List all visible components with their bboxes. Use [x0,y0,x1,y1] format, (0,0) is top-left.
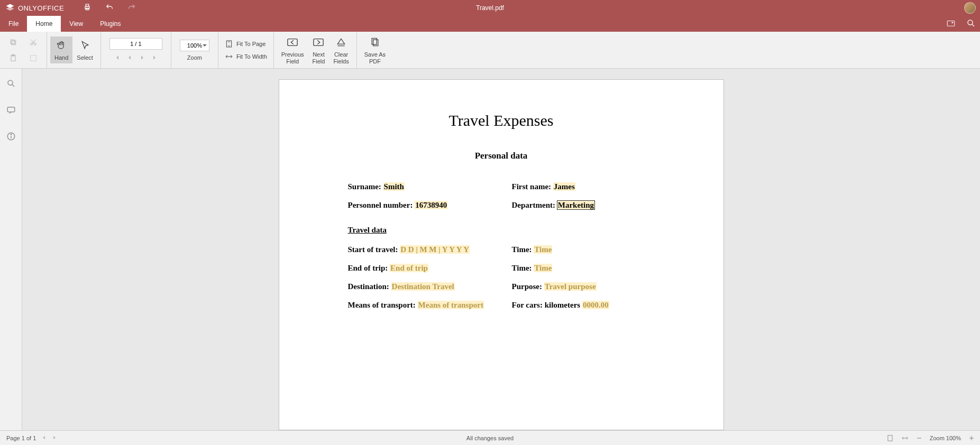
value-start[interactable]: D D | M M | Y Y Y Y [400,245,470,254]
field-start: Start of travel: D D | M M | Y Y Y Y [348,245,491,254]
menu-home[interactable]: Home [27,16,61,32]
zoom-in-icon[interactable] [968,435,975,441]
value-personnel[interactable]: 16738940 [415,201,447,209]
svg-rect-19 [288,39,297,46]
find-icon[interactable] [4,76,19,91]
zoom-level: Zoom 100% [930,435,961,441]
svg-line-25 [12,85,14,87]
field-firstname: First name: James [512,182,655,191]
value-cars[interactable]: 0000.00 [582,301,609,309]
svg-rect-22 [372,39,377,45]
onlyoffice-icon [5,3,15,13]
app-logo: ONLYOFFICE [0,3,64,13]
fit-width-icon [225,52,233,61]
hand-tool[interactable]: Hand [50,36,72,63]
select-all-icon[interactable] [26,51,40,65]
menu-view[interactable]: View [61,16,91,32]
first-page-icon[interactable] [111,53,123,62]
field-department: Department: Marketing [512,201,655,210]
document-page: Travel Expenses Personal data Surname: S… [279,79,724,430]
fit-page-status-icon[interactable] [886,434,894,442]
value-time2[interactable]: Time [534,264,552,272]
value-time1[interactable]: Time [534,245,552,254]
user-avatar[interactable] [964,2,976,14]
value-end[interactable]: End of trip [390,264,428,272]
doc-title: Travel Expenses [322,112,681,129]
fit-page-icon [225,40,233,48]
zoom-label: Zoom [187,54,202,61]
save-as-pdf-button[interactable]: Save As PDF [360,33,390,66]
svg-line-7 [972,24,974,26]
svg-point-29 [11,134,12,135]
cut-icon[interactable] [26,35,40,49]
svg-rect-30 [888,435,892,441]
field-cars: For cars: kilometers 0000.00 [512,301,655,310]
section-personal: Personal data [322,151,681,161]
field-time1: Time: Time [512,245,655,254]
select-tool[interactable]: Select [72,36,97,63]
fit-to-width-button[interactable]: Fit To Width [222,50,270,63]
field-means: Means of transport: Means of transport [348,301,491,310]
svg-point-6 [968,20,973,25]
titlebar: ONLYOFFICE Travel.pdf [0,0,980,16]
info-icon[interactable] [4,129,19,144]
zoom-select[interactable]: 100% [180,40,209,51]
document-canvas[interactable]: Travel Expenses Personal data Surname: S… [22,69,980,430]
copy-icon[interactable] [6,35,20,49]
svg-rect-5 [947,21,955,26]
brand-text: ONLYOFFICE [18,4,64,12]
comments-icon[interactable] [4,103,19,117]
fit-to-page-button[interactable]: Fit To Page [222,38,270,50]
left-rail [0,69,22,430]
paste-icon[interactable] [6,51,20,65]
search-icon[interactable] [966,18,976,30]
fit-width-status-icon[interactable] [901,434,909,442]
previous-field-button[interactable]: Previous Field [277,33,308,66]
field-purpose: Purpose: Travel purpose [512,282,655,291]
field-time2: Time: Time [512,264,655,273]
undo-icon[interactable] [105,3,114,13]
last-page-icon[interactable] [149,53,161,62]
svg-rect-3 [86,4,88,6]
svg-rect-20 [314,39,323,46]
value-dest[interactable]: Destination Travel [391,282,455,291]
document-title: Travel.pdf [476,4,504,12]
status-next-page-icon[interactable] [52,435,57,441]
value-department[interactable]: Marketing [557,201,594,209]
status-prev-page-icon[interactable] [41,435,47,441]
clear-fields-button[interactable]: Clear Fields [329,33,353,66]
value-purpose[interactable]: Travel purpose [544,282,597,291]
svg-rect-9 [11,40,14,43]
svg-rect-23 [373,40,378,46]
status-page: Page 1 of 1 [6,435,36,441]
zoom-out-icon[interactable] [916,435,922,441]
next-field-button[interactable]: Next Field [308,33,329,66]
svg-rect-16 [31,55,36,61]
svg-rect-8 [12,41,15,44]
field-end: End of trip: End of trip [348,264,491,273]
status-saved: All changes saved [466,435,514,441]
redo-icon[interactable] [127,3,136,13]
prev-page-icon[interactable] [124,53,135,62]
open-location-icon[interactable] [946,18,956,30]
value-firstname[interactable]: James [553,182,575,191]
svg-rect-26 [7,107,15,112]
next-page-icon[interactable] [136,53,148,62]
toolbar: Hand Select 100% Zoom [0,32,980,69]
print-icon[interactable] [83,3,91,13]
statusbar: Page 1 of 1 All changes saved Zoom 100% [0,430,980,445]
menubar: File Home View Plugins [0,16,980,32]
field-personnel: Personnel number: 16738940 [348,201,491,210]
field-dest: Destination: Destination Travel [348,282,491,291]
value-surname[interactable]: Smith [383,182,405,191]
svg-marker-1 [6,7,14,11]
field-surname: Surname: Smith [348,182,491,191]
value-means[interactable]: Means of transport [418,301,484,309]
page-number-input[interactable] [109,38,162,50]
section-travel: Travel data [348,226,681,235]
svg-point-24 [8,80,13,85]
menu-file[interactable]: File [0,16,27,32]
menu-plugins[interactable]: Plugins [91,16,129,32]
